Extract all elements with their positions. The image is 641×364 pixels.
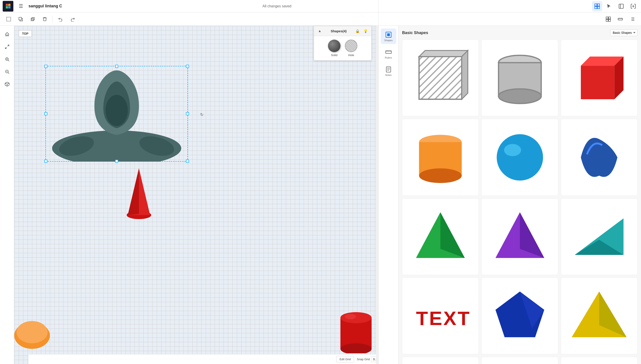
svg-point-43 [106, 95, 128, 126]
shape-item-orange-cylinder[interactable] [402, 119, 479, 196]
undo-button[interactable] [56, 14, 66, 24]
shapes-panel-visibility-icon[interactable]: 💡 [362, 28, 369, 34]
shape-item-grey-cone[interactable] [561, 357, 638, 364]
lib-grid-view-button[interactable] [592, 1, 602, 11]
svg-point-55 [345, 314, 356, 319]
shape-item-purple-pyramid[interactable] [481, 198, 558, 275]
lib-tool2-button[interactable] [604, 1, 614, 11]
handle-bot-left[interactable] [44, 160, 48, 163]
lib-ruler-icon[interactable] [615, 14, 626, 24]
edit-grid-button[interactable]: Edit Grid [336, 356, 354, 362]
svg-line-35 [8, 60, 9, 62]
handle-top-middle[interactable] [115, 65, 118, 68]
svg-point-94 [498, 89, 541, 104]
shape-item-teal-sphere[interactable] [481, 119, 558, 196]
shape-item-dark-blue-cube[interactable] [481, 357, 558, 364]
lib-left-nav: Shapes Rulers Notes [378, 26, 398, 364]
handle-mid-right[interactable] [186, 112, 189, 115]
handle-mid-left[interactable] [44, 112, 48, 115]
shape-item-grey-cylinder[interactable] [481, 40, 558, 116]
svg-point-53 [340, 312, 372, 323]
svg-line-31 [5, 47, 6, 48]
sanggul-shape-svg [46, 66, 188, 162]
menu-icon[interactable]: ☰ [16, 1, 26, 11]
lib-grid-icon[interactable] [603, 14, 614, 24]
handle-bot-right[interactable] [186, 160, 189, 163]
svg-marker-49 [128, 168, 139, 215]
solid-option[interactable]: Solid [328, 40, 340, 57]
svg-rect-56 [595, 4, 597, 6]
shape-item-blue-pentagon[interactable] [481, 278, 558, 354]
lib-nav-rulers[interactable]: Rulers [381, 46, 396, 62]
lib-nav-basic-shapes[interactable]: Shapes [381, 28, 396, 44]
zoom-in-button[interactable] [2, 54, 12, 64]
shape-item-teal-wedge[interactable] [561, 198, 638, 275]
svg-rect-66 [618, 18, 622, 20]
hole-option[interactable]: Hole [345, 40, 357, 57]
copy-button[interactable] [16, 14, 26, 24]
shape-item-green-pyramid[interactable] [402, 198, 479, 275]
panel-action-icons: 🔒 💡 [354, 28, 369, 34]
handle-top-left[interactable] [44, 65, 48, 68]
solid-label: Solid [331, 54, 338, 57]
solid-circle-icon [328, 40, 340, 52]
bottom-bar: Edit Grid Snap Grid [28, 354, 376, 364]
svg-marker-90 [419, 50, 468, 56]
snap-grid-label: Snap Grid [357, 358, 370, 361]
selected-shape-group[interactable]: ↻ [46, 66, 188, 162]
lib-tool4-button[interactable] [628, 1, 638, 11]
doc-title: sanggul lintang C [28, 4, 62, 8]
svg-rect-95 [581, 66, 614, 99]
shape-type-options: Solid Hole [314, 36, 371, 60]
svg-line-38 [8, 72, 9, 74]
shapes-panel-title: Shapes(4) [331, 29, 347, 33]
lib-tool3-button[interactable] [616, 1, 626, 11]
app-logo [3, 1, 13, 12]
lib-topbar-icons [592, 1, 638, 11]
svg-rect-64 [606, 19, 608, 21]
red-cylinder[interactable] [336, 304, 376, 354]
duplicate-button[interactable] [28, 14, 38, 24]
lib-section-dropdown[interactable]: Basic Shapes [610, 30, 638, 36]
shape-item-text[interactable]: TEXT [402, 278, 479, 354]
fit-view-button[interactable] [2, 42, 12, 52]
rotate-handle[interactable]: ↻ [200, 112, 204, 117]
lib-main-area: Basic Shapes Basic Shapes [398, 26, 641, 364]
shape-item-red-cube[interactable] [561, 40, 638, 116]
shape-item-striped-box[interactable] [402, 40, 479, 116]
snap-grid-container: Snap Grid [357, 356, 376, 362]
svg-text:TEXT: TEXT [416, 308, 471, 329]
delete-button[interactable] [40, 14, 50, 24]
orange-shape[interactable] [14, 309, 52, 354]
handle-top-right[interactable] [186, 65, 189, 68]
redo-button[interactable] [68, 14, 78, 24]
select-all-button[interactable] [4, 14, 14, 24]
3d-view-button[interactable] [2, 79, 12, 89]
shape-item-red-half-cylinder[interactable] [402, 357, 479, 364]
svg-rect-60 [619, 4, 624, 8]
handle-bot-middle[interactable] [115, 160, 118, 163]
svg-point-102 [504, 144, 521, 156]
shapes-panel: ▲ Shapes(4) 🔒 💡 Solid Hole [314, 26, 372, 60]
shape-item-blue-organic[interactable] [561, 119, 638, 196]
shape-item-yellow-pyramid[interactable] [561, 278, 638, 354]
svg-rect-16 [32, 17, 34, 20]
main-canvas[interactable]: TOP [14, 26, 376, 364]
lib-content: Shapes Rulers Notes Basic Shapes Basic S… [378, 26, 641, 364]
svg-rect-57 [597, 4, 600, 6]
lib-list-icon[interactable] [627, 14, 638, 24]
svg-point-46 [115, 122, 118, 126]
red-cone[interactable] [126, 166, 152, 220]
svg-rect-63 [608, 17, 610, 19]
svg-rect-14 [19, 17, 22, 20]
svg-rect-89 [419, 56, 462, 99]
shapes-panel-collapse[interactable]: ▲ [316, 28, 323, 34]
lib-section-title: Basic Shapes [402, 30, 428, 35]
shapes-panel-lock-icon[interactable]: 🔒 [354, 28, 361, 34]
home-button[interactable] [2, 30, 12, 39]
zoom-out-button[interactable] [2, 67, 12, 76]
lib-nav-notes[interactable]: Notes [381, 63, 396, 79]
svg-point-101 [496, 134, 543, 180]
snap-grid-input[interactable] [371, 356, 376, 362]
svg-rect-15 [31, 18, 34, 21]
